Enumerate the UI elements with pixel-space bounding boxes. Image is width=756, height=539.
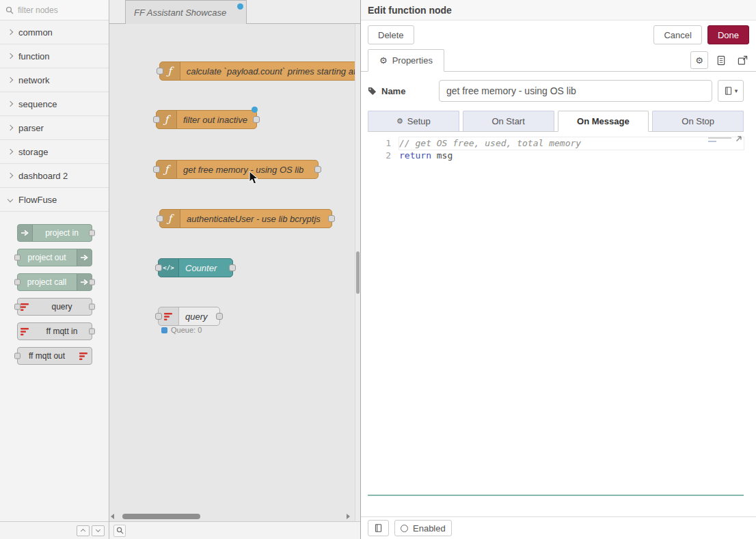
palette-category-flowfuse[interactable]: FlowFuse (0, 188, 109, 212)
category-label: dashboard 2 (18, 171, 68, 181)
document-icon (716, 55, 726, 66)
node-output-port[interactable] (89, 329, 95, 335)
tab-on-message[interactable]: On Message (558, 111, 649, 132)
book-icon (724, 86, 733, 96)
scrollbar-thumb[interactable] (122, 514, 200, 519)
chevron-right-icon (8, 77, 13, 83)
name-input[interactable] (439, 80, 712, 102)
dialog-toolbar: Delete Cancel Done (361, 20, 756, 49)
enabled-toggle-button[interactable]: Enabled (394, 520, 452, 536)
category-label: FlowFuse (18, 195, 57, 205)
flow-node-function-filter-inactive[interactable]: ƒ filter out inactive (156, 110, 257, 129)
done-button[interactable]: Done (707, 25, 749, 44)
flow-canvas[interactable]: FF Assistant Showcase ƒ calculate `paylo… (109, 0, 360, 539)
zoom-search-button[interactable] (113, 525, 126, 537)
delete-button[interactable]: Delete (368, 25, 414, 44)
palette-category-dashboard2[interactable]: dashboard 2 (0, 164, 109, 188)
canvas-vertical-scrollbar[interactable] (355, 24, 360, 521)
expand-icon (738, 55, 748, 66)
expand-all-button[interactable] (92, 525, 105, 536)
line-number: 1 (368, 137, 391, 150)
palette-node-ff-mqtt-in[interactable]: ff mqtt in (17, 322, 92, 340)
node-input-port[interactable] (153, 116, 160, 123)
description-button[interactable] (713, 52, 729, 68)
flow-node-query[interactable]: query (158, 307, 220, 326)
enabled-label: Enabled (413, 523, 446, 534)
flow-node-function-calc-primes[interactable]: ƒ calculate `payload.count` primes start… (159, 61, 360, 81)
scrollbar-thumb[interactable] (356, 251, 360, 294)
palette-category-sequence[interactable]: sequence (0, 92, 109, 116)
node-output-port[interactable] (229, 264, 236, 271)
chevron-down-icon (96, 527, 100, 532)
chevron-up-icon (81, 529, 85, 534)
node-status: Queue: 0 (161, 326, 202, 334)
code-editor[interactable]: 1 2 // get OS free, used, total memory r… (368, 132, 744, 496)
code-content[interactable]: // get OS free, used, total memory retur… (399, 132, 744, 495)
node-red-editor: common function network sequence parser … (0, 0, 756, 539)
scrollbar-track[interactable] (117, 514, 347, 519)
node-input-port[interactable] (14, 279, 21, 286)
chevron-right-icon (8, 53, 13, 59)
palette-search-input[interactable] (18, 5, 93, 15)
cancel-button[interactable]: Cancel (653, 25, 701, 44)
scroll-right-arrow[interactable] (347, 514, 350, 519)
node-input-port[interactable] (155, 264, 162, 271)
node-output-port[interactable] (216, 313, 223, 320)
node-changed-indicator (252, 107, 258, 113)
palette-node-project-in[interactable]: project in (17, 224, 92, 242)
line-number-gutter: 1 2 (368, 132, 399, 495)
node-output-port[interactable] (89, 279, 95, 286)
code-line: // get OS free, used, total memory (399, 137, 744, 150)
node-input-port[interactable] (153, 166, 160, 173)
palette-category-network[interactable]: network (0, 68, 109, 92)
palette-category-storage[interactable]: storage (0, 140, 109, 164)
node-input-port[interactable] (155, 313, 162, 320)
tag-icon (368, 87, 377, 96)
tab-on-stop[interactable]: On Stop (652, 111, 744, 131)
canvas-horizontal-scrollbar[interactable] (111, 513, 357, 520)
palette-category-function[interactable]: function (0, 44, 109, 68)
tab-changed-indicator (237, 3, 243, 10)
expand-editor-button[interactable] (734, 135, 742, 147)
node-output-port[interactable] (89, 230, 95, 236)
node-input-port[interactable] (14, 353, 21, 359)
palette-node-project-call[interactable]: project call (17, 273, 92, 291)
status-dot-icon (161, 327, 167, 333)
category-label: storage (18, 147, 48, 157)
magnifier-icon (116, 527, 124, 534)
palette-category-common[interactable]: common (0, 20, 109, 44)
node-output-port[interactable] (328, 215, 335, 222)
node-input-port[interactable] (157, 68, 163, 74)
canvas-footer (109, 521, 360, 539)
palette-search (0, 0, 109, 20)
flowfuse-logo-icon (77, 348, 92, 364)
node-info-button[interactable] (368, 520, 389, 536)
workspace-tab[interactable]: FF Assistant Showcase (125, 0, 247, 24)
node-input-port[interactable] (157, 215, 163, 222)
scroll-left-arrow[interactable] (111, 514, 114, 519)
node-input-port[interactable] (14, 255, 21, 261)
node-output-port[interactable] (89, 304, 95, 310)
flow-node-function-authenticate-user[interactable]: ƒ authenticateUser - use lib bcryptjs (159, 209, 332, 228)
chevron-right-icon (8, 101, 13, 107)
palette-node-project-out[interactable]: project out (17, 249, 92, 266)
tab-setup[interactable]: ⚙ Setup (368, 111, 459, 131)
flow-node-template-counter[interactable]: </> Counter (158, 258, 233, 277)
dialog-tabbar: ⚙ Properties ⚙ (361, 49, 756, 72)
expand-dialog-button[interactable] (734, 52, 751, 68)
node-settings-button[interactable]: ⚙ (690, 51, 708, 69)
node-input-port[interactable] (14, 304, 21, 310)
palette-node-query[interactable]: query (17, 298, 92, 316)
dialog-title-text: Edit function node (368, 5, 452, 16)
tab-properties[interactable]: ⚙ Properties (368, 49, 444, 72)
library-button[interactable]: ▾ (718, 80, 744, 102)
collapse-all-button[interactable] (77, 525, 90, 536)
node-output-port[interactable] (253, 116, 260, 123)
flow-node-function-get-free-memory[interactable]: ƒ get free memory - using OS lib (156, 160, 319, 179)
palette-node-ff-mqtt-out[interactable]: ff mqtt out (17, 347, 92, 365)
tab-on-start[interactable]: On Start (463, 111, 554, 131)
editor-minimap (708, 137, 731, 144)
node-output-port[interactable] (314, 166, 321, 173)
palette-category-parser[interactable]: parser (0, 116, 109, 140)
palette-node-label: project out (18, 249, 77, 266)
